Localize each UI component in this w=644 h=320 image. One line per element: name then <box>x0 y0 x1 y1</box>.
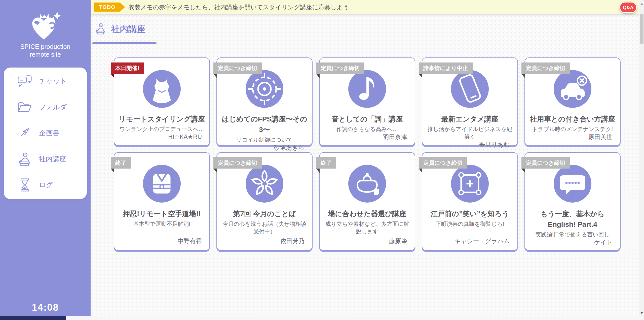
sidebar-item-label: フォルダ <box>39 103 67 112</box>
sidebar-nav: チャット フォルダ <box>4 68 87 199</box>
course-card[interactable]: 諸事情により中止最新エンタメ講座推し活からアイドルビジネスを紐解く夢見りあむ <box>422 57 518 146</box>
qa-button[interactable]: Q&A <box>619 2 637 13</box>
status-badge: 定員につき締切 <box>213 62 262 74</box>
sidebar-item-proposal[interactable]: 企画書 <box>4 120 87 146</box>
course-title: 最新エンタメ講座 <box>422 114 517 124</box>
course-subtitle: 実践編!日常で使える言い回し <box>525 231 620 238</box>
music-note-icon <box>348 70 386 108</box>
course-card[interactable]: 本日開催!リモートスタイリング講座ワンランク上のプロデュースへ…HI☆KA★RU <box>114 57 210 146</box>
course-author: 依田芳乃 <box>217 237 312 245</box>
course-title: 第7回 今月のことば <box>217 209 312 219</box>
sidebar-item-chat[interactable]: チャット <box>4 68 87 94</box>
lecture-icon <box>94 22 107 36</box>
course-author: 中野有香 <box>114 237 209 245</box>
course-subtitle: 作詞のさらなる高みへ… <box>320 125 415 133</box>
vertical-scrollbar <box>639 0 644 320</box>
course-title: もう一度、基本からEnglish! Part.4 <box>525 209 620 230</box>
course-title: はじめてのFPS講座〜その3〜 <box>217 114 312 135</box>
status-badge: 定員につき締切 <box>521 62 570 74</box>
course-subtitle: トラブル時のメンテナンステク! <box>525 125 620 133</box>
course-icon-circle <box>451 165 489 203</box>
course-card[interactable]: 定員につき締切社用車との付き合い方講座トラブル時のメンテナンステク!原田美世 <box>524 57 621 146</box>
sidebar-item-label: 企画書 <box>39 129 59 138</box>
course-card[interactable]: 定員につき締切音としての「詞」講座作詞のさらなる高みへ…羽田奈津 <box>319 57 415 146</box>
frame-icon <box>451 165 489 203</box>
course-title: 社用車との付き合い方講座 <box>525 114 620 124</box>
lecture-icon <box>17 152 32 166</box>
karate-gi-icon <box>143 165 181 203</box>
status-badge: 定員につき締切 <box>419 157 467 169</box>
course-subtitle: 今月の心を洗うお話（失せ物相談受付中） <box>217 220 312 235</box>
course-card[interactable]: 終了押忍!リモート空手道場!!基本型で運動不足解消!中野有香 <box>114 152 210 251</box>
course-author: HI☆KA★RU <box>114 133 209 140</box>
course-icon-circle <box>348 70 386 108</box>
course-card[interactable]: 定員につき締切第7回 今月のことば今月の心を洗うお話（失せ物相談受付中）依田芳乃 <box>216 152 313 251</box>
blossom-icon <box>246 165 283 203</box>
teapot-icon <box>348 165 386 203</box>
status-badge: 定員につき締切 <box>316 62 364 74</box>
course-author: キャシー・グラハム <box>422 237 517 245</box>
sidebar-item-label: 社内講座 <box>39 154 66 164</box>
course-subtitle: 成り立ちや素材など、多方面に解説します <box>320 220 415 235</box>
car-icon <box>554 70 591 108</box>
course-icon-circle <box>348 165 386 203</box>
course-card[interactable]: 定員につき締切江戸前の”笑い”を知ろう下町演芸の真髄を御覧じろ!キャシー・グラハ… <box>422 152 518 251</box>
status-badge: 終了 <box>316 157 336 169</box>
todo-text: 衣装メモの赤字をメモしたら、社内講座を開いてスタイリング講座に応募しよう <box>128 0 349 14</box>
course-icon-circle <box>246 165 283 203</box>
sidebar: SPICE production remote site チャット フォルダ <box>0 0 91 320</box>
course-icon-circle <box>143 70 181 108</box>
course-subtitle: ワンランク上のプロデュースへ… <box>114 125 209 133</box>
hourglass-icon <box>17 178 32 192</box>
course-subtitle: 推し活からアイドルビジネスを紐解く <box>422 125 517 141</box>
course-author: 原田美世 <box>525 133 620 141</box>
sidebar-item-folder[interactable]: フォルダ <box>4 94 87 120</box>
sidebar-item-courses[interactable]: 社内講座 <box>4 146 87 172</box>
course-author: 藤原肇 <box>320 237 415 245</box>
course-card[interactable]: 終了場に合わせた器選び講座成り立ちや素材など、多方面に解説します藤原肇 <box>319 152 415 251</box>
course-subtitle: 下町演芸の真髄を御覧じろ! <box>422 220 517 228</box>
page-header: 社内講座 <box>94 22 145 36</box>
course-card[interactable]: 定員につき締切もう一度、基本からEnglish! Part.4実践編!日常で使え… <box>524 152 621 251</box>
courses-row-1: 本日開催!リモートスタイリング講座ワンランク上のプロデュースへ…HI☆KA★RU… <box>114 57 621 146</box>
status-badge: 定員につき締切 <box>213 157 262 169</box>
course-subtitle: リコイル制御について <box>217 136 312 144</box>
course-title: リモートスタイリング講座 <box>114 114 209 124</box>
status-badge: 諸事情により中止 <box>419 62 473 74</box>
target-icon <box>246 70 283 108</box>
main-content: 社内講座 本日開催!リモートスタイリング講座ワンランク上のプロデュースへ…HI☆… <box>91 14 639 320</box>
course-title: 音としての「詞」講座 <box>320 114 415 124</box>
page-title: 社内講座 <box>111 23 145 35</box>
course-card[interactable]: 定員につき締切はじめてのFPS講座〜その3〜リコイル制御について砂塚あきら <box>216 57 313 146</box>
course-title: 江戸前の”笑い”を知ろう <box>422 209 517 219</box>
smartphone-icon <box>451 70 489 108</box>
course-icon-circle <box>554 70 591 108</box>
dress-icon <box>143 70 181 108</box>
brand-title: SPICE production remote site <box>0 43 91 58</box>
course-author: 羽田奈津 <box>320 133 415 141</box>
scroll-up-arrow-icon[interactable] <box>640 3 643 5</box>
folder-icon <box>17 100 32 114</box>
status-badge: 本日開催! <box>111 62 144 74</box>
sidebar-item-log[interactable]: ログ <box>4 172 87 198</box>
course-subtitle: 基本型で運動不足解消! <box>114 220 209 228</box>
course-icon-circle <box>246 70 283 108</box>
course-icon-circle <box>451 70 489 108</box>
course-icon-circle <box>143 165 181 203</box>
sidebar-item-label: チャット <box>39 77 67 86</box>
speech-bubble-icon <box>554 165 591 203</box>
course-author: 夢見りあむ <box>422 141 517 149</box>
clock: 14:08 <box>0 302 91 313</box>
horizontal-scrollbar-thumb[interactable] <box>0 316 66 320</box>
todo-badge: TODO <box>94 3 125 12</box>
sidebar-item-label: ログ <box>39 180 53 189</box>
course-icon-circle <box>554 165 591 203</box>
brand-logo-heart-horse-icon <box>26 11 64 42</box>
course-author: ケイト <box>525 238 620 246</box>
course-author: 砂塚あきら <box>217 144 312 152</box>
courses-row-2: 終了押忍!リモート空手道場!!基本型で運動不足解消!中野有香定員につき締切第7回… <box>114 152 621 251</box>
todo-banner: TODO 衣装メモの赤字をメモしたら、社内講座を開いてスタイリング講座に応募しよ… <box>91 0 639 14</box>
vertical-scrollbar-thumb[interactable] <box>640 14 643 44</box>
scroll-down-arrow-icon[interactable] <box>640 312 643 314</box>
course-title: 場に合わせた器選び講座 <box>320 209 415 219</box>
